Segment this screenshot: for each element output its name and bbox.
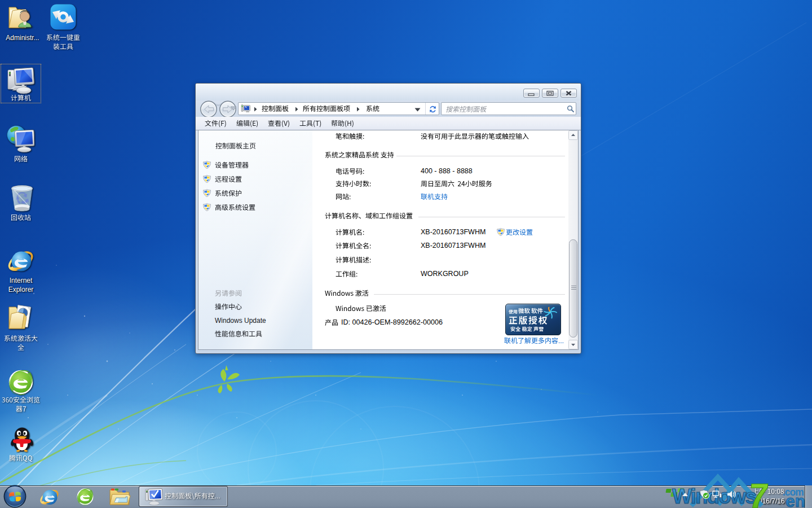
svg-text:en: en xyxy=(785,492,805,508)
svg-text:7: 7 xyxy=(747,476,770,508)
